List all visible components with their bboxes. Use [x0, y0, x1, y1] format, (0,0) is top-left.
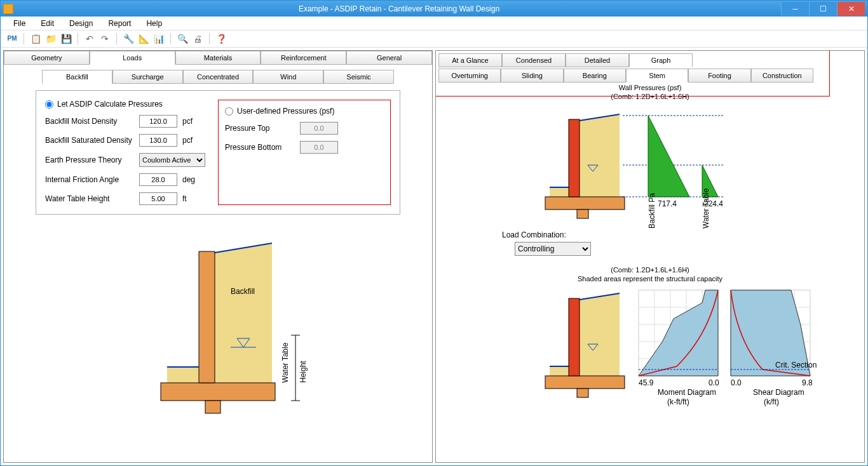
tool2-icon[interactable]: 📐 [137, 32, 150, 45]
moment-shear-graph: 45.9 0.0 Moment Diagram (k-ft/ft) Crit. … [438, 284, 832, 417]
right-top-tabs: At a Glance Condensed Detailed Graph [438, 53, 693, 67]
svg-rect-31 [577, 389, 588, 397]
radio-asdip-label: Let ASDIP Calculate Pressures [57, 100, 163, 109]
graph-comb: (Comb: 1.2D+1.6L+1.6H) [438, 93, 862, 100]
tab-glance[interactable]: At a Glance [438, 53, 502, 67]
svg-marker-42 [639, 290, 718, 376]
menu-edit[interactable]: Edit [34, 18, 60, 29]
svg-rect-4 [205, 401, 220, 413]
moist-input[interactable] [139, 115, 177, 128]
tab-general[interactable]: General [346, 51, 432, 65]
backfill-panel: Let ASDIP Calculate Pressures Backfill M… [36, 90, 400, 215]
load-combo-label: Load Combination: [502, 230, 566, 239]
svg-rect-16 [577, 210, 588, 218]
svg-text:0.0: 0.0 [731, 378, 742, 387]
pbot-input [300, 141, 338, 154]
redo-icon[interactable]: ↷ [98, 32, 111, 45]
window-title: Example - ASDIP Retain - Cantilever Reta… [17, 4, 781, 13]
subtab-seismic[interactable]: Seismic [323, 70, 394, 84]
svg-text:Height: Height [299, 361, 308, 383]
subtab-wind[interactable]: Wind [253, 70, 323, 84]
tab-stem[interactable]: Stem [626, 69, 688, 83]
tab-loads[interactable]: Loads [90, 51, 175, 65]
radio-user-defined[interactable]: User-defined Pressures (psf) [225, 107, 384, 116]
close-button[interactable]: ✕ [837, 2, 865, 16]
save-icon[interactable]: 💾 [60, 32, 72, 45]
tab-condensed[interactable]: Condensed [502, 53, 566, 67]
print-icon[interactable]: 🖨 [191, 32, 204, 45]
right-sub-tabs: Overturning Sliding Bearing Stem Footing… [438, 69, 813, 83]
fric-label: Internal Friction Angle [45, 175, 134, 184]
maximize-button[interactable]: ☐ [809, 2, 837, 16]
svg-rect-15 [545, 197, 625, 210]
minimize-button[interactable]: ─ [781, 2, 809, 16]
radio-user-input[interactable] [225, 107, 233, 116]
menu-design[interactable]: Design [63, 18, 99, 29]
sat-input[interactable] [139, 134, 177, 147]
svg-text:Backfill Pa: Backfill Pa [648, 193, 656, 229]
menu-file[interactable]: File [7, 18, 32, 29]
subtab-concentrated[interactable]: Concentrated [183, 70, 254, 84]
tab-construction[interactable]: Construction [751, 69, 813, 83]
backfill-text: Backfill [231, 287, 255, 296]
tab-footing[interactable]: Footing [688, 69, 750, 83]
svg-text:Water Table: Water Table [702, 188, 710, 229]
left-pane: Geometry Loads Materials Reinforcement G… [3, 50, 433, 463]
theory-select[interactable]: Coulomb Active [139, 153, 205, 167]
svg-text:45.9: 45.9 [639, 378, 654, 387]
pm-icon[interactable]: PM [6, 32, 18, 45]
paste-icon[interactable]: 📁 [44, 32, 57, 45]
tool3-icon[interactable]: 📊 [153, 32, 165, 45]
svg-marker-12 [550, 114, 620, 197]
radio-asdip-input[interactable] [45, 100, 53, 109]
svg-text:Crit. Section: Crit. Section [775, 361, 817, 369]
moist-label: Backfill Moist Density [45, 117, 134, 126]
menu-report[interactable]: Report [102, 18, 137, 29]
radio-user-label: User-defined Pressures (psf) [237, 107, 334, 116]
tool1-icon[interactable]: 🔧 [122, 32, 135, 45]
tab-sliding[interactable]: Sliding [501, 69, 563, 83]
ptop-input [300, 122, 338, 135]
svg-rect-17 [569, 119, 580, 197]
wt-label: Water Table Height [45, 194, 134, 203]
load-combo-select[interactable]: Controlling [515, 242, 591, 256]
tab-overturning[interactable]: Overturning [438, 69, 501, 83]
comb2-label: (Comb: 1.2D+1.6L+1.6H) [438, 266, 862, 274]
shaded-label: Shaded areas represent the structural ca… [438, 275, 862, 283]
svg-marker-21 [648, 116, 689, 197]
subtab-surcharge[interactable]: Surcharge [112, 70, 183, 84]
svg-rect-30 [545, 376, 625, 389]
tab-bearing[interactable]: Bearing [564, 69, 626, 83]
radio-asdip-calc[interactable]: Let ASDIP Calculate Pressures [45, 100, 205, 109]
fric-input[interactable] [139, 173, 177, 186]
wt-input[interactable] [139, 192, 177, 205]
toolbar: PM 📋 📁 💾 ↶ ↷ 🔧 📐 📊 🔍 🖨 ❓ [1, 30, 867, 48]
svg-text:717.4: 717.4 [658, 199, 677, 208]
pbot-label: Pressure Bottom [225, 143, 295, 152]
menu-help[interactable]: Help [140, 18, 168, 29]
loads-subtabs: Backfill Surcharge Concentrated Wind Sei… [42, 70, 394, 84]
copy-icon[interactable]: 📋 [29, 32, 42, 45]
app-window: Example - ASDIP Retain - Cantilever Reta… [0, 0, 868, 466]
help-icon[interactable]: ❓ [215, 32, 227, 45]
svg-marker-5 [199, 251, 215, 383]
svg-rect-32 [569, 298, 580, 376]
tab-reinforcement[interactable]: Reinforcement [261, 51, 346, 65]
subtab-backfill[interactable]: Backfill [42, 70, 112, 84]
svg-text:Moment Diagram: Moment Diagram [658, 388, 716, 397]
sat-label: Backfill Saturated Density [45, 136, 134, 145]
tab-detailed[interactable]: Detailed [566, 53, 629, 67]
svg-text:0.0: 0.0 [709, 378, 719, 387]
svg-text:Water Table: Water Table [281, 342, 290, 383]
undo-icon[interactable]: ↶ [83, 32, 96, 45]
tab-graph[interactable]: Graph [629, 53, 693, 67]
sat-unit: pcf [182, 136, 193, 145]
tab-materials[interactable]: Materials [175, 51, 261, 65]
fric-unit: deg [182, 175, 195, 184]
right-pane: At a Glance Condensed Detailed Graph Ove… [435, 50, 865, 463]
search-icon[interactable]: 🔍 [176, 32, 189, 45]
svg-text:Shear Diagram: Shear Diagram [753, 388, 804, 397]
tab-geometry[interactable]: Geometry [4, 51, 90, 65]
menu-bar: File Edit Design Report Help [1, 17, 867, 30]
title-bar: Example - ASDIP Retain - Cantilever Reta… [1, 1, 867, 17]
